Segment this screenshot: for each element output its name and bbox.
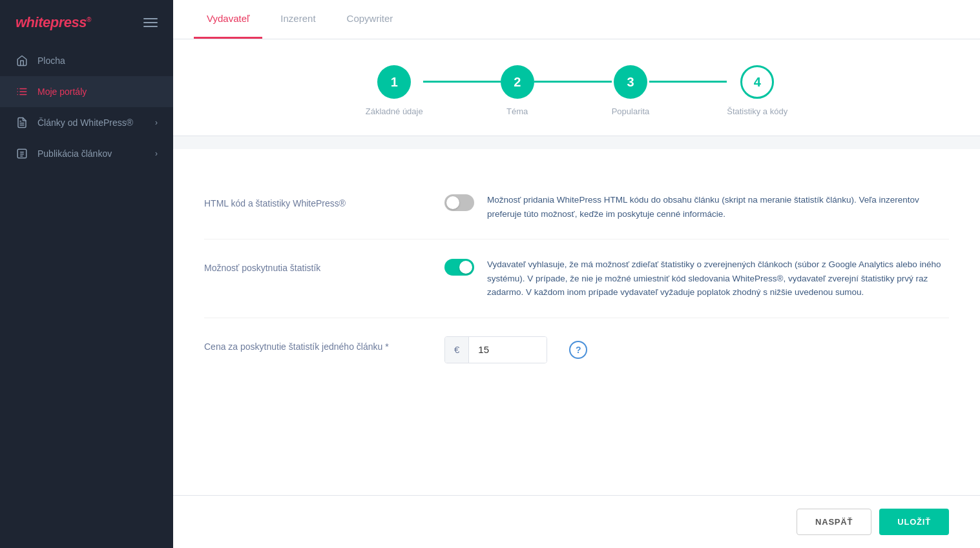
file-icon <box>16 147 28 160</box>
sidebar-item-plocha-label: Plocha <box>37 56 158 66</box>
sidebar-item-plocha[interactable]: Plocha <box>0 45 173 76</box>
chevron-right-icon-2: › <box>155 149 158 158</box>
top-tabs: Vydavateľ Inzerent Copywriter <box>173 0 980 39</box>
step-3-circle: 3 <box>614 65 647 99</box>
step-1-number: 1 <box>391 75 398 90</box>
statistik-control: Vydavateľ vyhlasuje, že má možnosť zdieľ… <box>444 258 949 299</box>
html-kod-toggle-knob <box>446 196 459 209</box>
price-input[interactable] <box>469 337 547 363</box>
chevron-right-icon: › <box>155 118 158 127</box>
form-row-cena: Cena za poskytnutie štatistík jedného čl… <box>204 318 949 381</box>
step-4-number: 4 <box>754 75 761 90</box>
sidebar: whitepress® Plocha Moje portá <box>0 0 173 548</box>
logo: whitepress® <box>16 14 91 31</box>
html-kod-label: HTML kód a štatistiky WhitePress® <box>204 193 424 210</box>
step-line-1-2 <box>423 81 501 83</box>
list-icon <box>16 85 28 98</box>
step-1: 1 Základné údaje <box>366 65 423 116</box>
sidebar-logo-area: whitepress® <box>0 0 173 45</box>
statistik-toggle[interactable] <box>444 259 474 276</box>
form-row-statistik: Možnosť poskytnutia štatistík Vydavateľ … <box>204 239 949 318</box>
home-icon <box>16 54 28 67</box>
logo-white: white <box>16 14 50 30</box>
price-input-wrap: € <box>444 336 547 363</box>
file-edit-icon <box>16 116 28 129</box>
step-4: 4 Štatistiky a kódy <box>727 65 787 116</box>
sidebar-nav: Plocha Moje portály Články od WhitePress… <box>0 45 173 548</box>
hamburger-menu[interactable] <box>143 18 158 27</box>
sidebar-item-clanky-label: Články od WhitePress® <box>37 117 146 128</box>
html-kod-description: Možnosť pridania WhitePress HTML kódu do… <box>487 193 949 221</box>
step-1-label: Základné údaje <box>366 107 423 116</box>
step-2-label: Téma <box>506 107 528 116</box>
currency-symbol: € <box>445 337 469 363</box>
content-area: 1 Základné údaje 2 Téma 3 <box>173 39 980 548</box>
stepper-section: 1 Základné údaje 2 Téma 3 <box>173 39 980 136</box>
step-2-number: 2 <box>514 75 521 90</box>
step-3: 3 Popularita <box>612 65 650 116</box>
sidebar-item-publikacia[interactable]: Publikácia článkov › <box>0 138 173 169</box>
action-bar: NASPÄŤ ULOŽIŤ <box>173 495 980 548</box>
step-line-3-4 <box>649 81 727 83</box>
save-button[interactable]: ULOŽIŤ <box>879 509 949 535</box>
cena-label: Cena za poskytnutie štatistík jedného čl… <box>204 336 424 354</box>
logo-text: whitepress® <box>16 14 91 30</box>
form-row-html-kod: HTML kód a štatistiky WhitePress® Možnos… <box>204 175 949 239</box>
step-4-label: Štatistiky a kódy <box>727 107 787 116</box>
step-line-2-3 <box>534 81 612 83</box>
main-content: Vydavateľ Inzerent Copywriter 1 Základné… <box>173 0 980 548</box>
stepper: 1 Základné údaje 2 Téma 3 <box>366 65 787 116</box>
tab-copywriter[interactable]: Copywriter <box>334 0 406 39</box>
form-section: HTML kód a štatistiky WhitePress® Možnos… <box>173 149 980 495</box>
sidebar-item-moje-portaly[interactable]: Moje portály <box>0 76 173 107</box>
tab-vydavatel[interactable]: Vydavateľ <box>194 0 262 39</box>
step-1-circle: 1 <box>377 65 411 99</box>
html-kod-toggle[interactable] <box>444 194 474 211</box>
help-icon[interactable]: ? <box>569 341 587 359</box>
step-3-number: 3 <box>627 75 634 90</box>
tab-inzerent[interactable]: Inzerent <box>267 0 328 39</box>
sidebar-item-publikacia-label: Publikácia článkov <box>37 148 146 159</box>
logo-reg: ® <box>87 16 91 23</box>
back-button[interactable]: NASPÄŤ <box>797 509 871 535</box>
step-2: 2 Téma <box>501 65 534 116</box>
logo-press: press <box>50 14 87 30</box>
cena-control: € ? <box>444 336 949 363</box>
sidebar-item-clanky[interactable]: Články od WhitePress® › <box>0 107 173 138</box>
step-3-label: Popularita <box>612 107 650 116</box>
sidebar-item-moje-portaly-label: Moje portály <box>37 86 158 97</box>
statistik-label: Možnosť poskytnutia štatistík <box>204 258 424 275</box>
statistik-description: Vydavateľ vyhlasuje, že má možnosť zdieľ… <box>487 258 949 299</box>
step-4-circle: 4 <box>740 65 774 99</box>
html-kod-control: Možnosť pridania WhitePress HTML kódu do… <box>444 193 949 221</box>
step-2-circle: 2 <box>501 65 534 99</box>
